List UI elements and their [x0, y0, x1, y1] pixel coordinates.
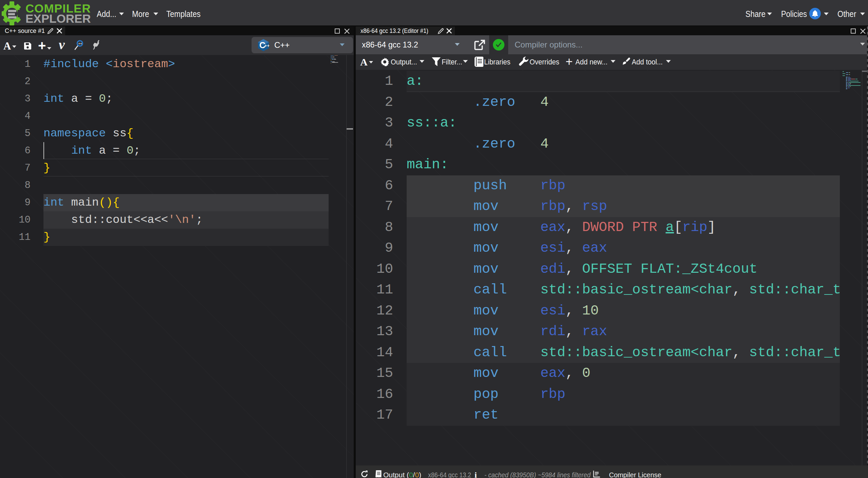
svg-text:++: ++	[78, 42, 82, 45]
svg-text:++: ++	[264, 43, 270, 48]
